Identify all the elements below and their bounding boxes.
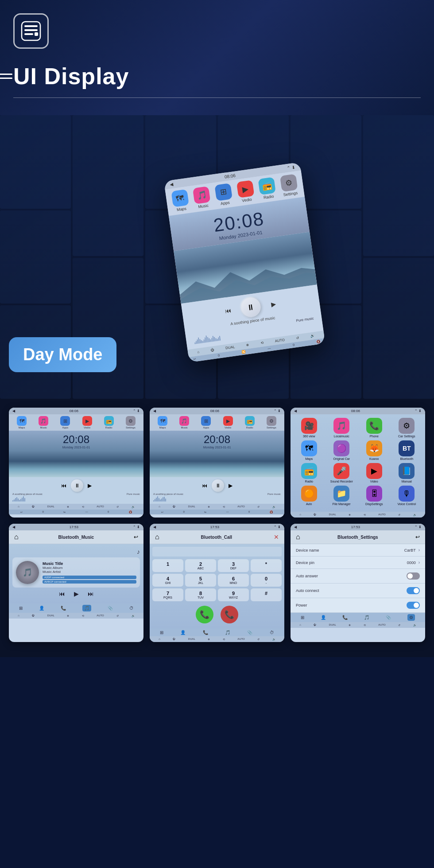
loop-icon[interactable]: ⟲ bbox=[260, 341, 264, 345]
app-recorder[interactable]: 🎤 Sound Recorder bbox=[327, 463, 357, 483]
card1-nav-settings[interactable]: ⚙ Settings bbox=[126, 416, 136, 429]
home-icon[interactable]: ⌂ bbox=[197, 350, 200, 354]
dial-0dash[interactable]: 0- bbox=[251, 574, 282, 587]
card2-nav-vedio[interactable]: ▶ Vedio bbox=[223, 416, 233, 429]
app-manual[interactable]: 📘 Manual bbox=[392, 463, 422, 483]
prev-button[interactable]: ⏮ bbox=[221, 303, 235, 317]
app-maps[interactable]: 🗺 Maps bbox=[294, 440, 324, 460]
devicename-chevron[interactable]: › bbox=[418, 548, 420, 553]
bt-call-back[interactable]: ◀ bbox=[153, 525, 156, 529]
home-icon-btsettings[interactable]: ⌂ bbox=[296, 533, 300, 541]
btm3-refresh[interactable]: ↺ bbox=[398, 623, 400, 627]
call-input-display[interactable] bbox=[152, 547, 282, 557]
app-kuwoo[interactable]: 🦊 Kuwoo bbox=[359, 440, 389, 460]
dial-star[interactable]: * bbox=[251, 559, 282, 572]
card2-back[interactable]: ◀ bbox=[153, 409, 156, 413]
app-dispsettings[interactable]: 🎛 DispSettings bbox=[359, 486, 389, 506]
card2-play-pause[interactable]: ⏸ bbox=[212, 479, 224, 492]
card1-nav-maps[interactable]: 🗺 Maps bbox=[17, 416, 27, 429]
btm1-loop[interactable]: ⟲ bbox=[82, 614, 84, 617]
app-localmusic[interactable]: 🎵 Localmusic bbox=[327, 418, 357, 438]
bt-prev[interactable]: ⏮ bbox=[59, 590, 65, 597]
mute-icon[interactable]: 🔇 bbox=[316, 339, 321, 343]
c1-power[interactable]: ⏻ bbox=[32, 505, 35, 508]
c3-home[interactable]: ⌂ bbox=[299, 513, 301, 516]
bn3-dial[interactable]: ⚙ bbox=[407, 614, 415, 621]
power-icon[interactable]: ⏻ bbox=[210, 347, 214, 352]
btm2-vol[interactable]: 🔊 bbox=[272, 638, 275, 641]
dial-8[interactable]: 8TUV bbox=[185, 588, 216, 601]
nav-app-maps[interactable]: 🗺 Maps bbox=[171, 189, 190, 212]
c2-back[interactable]: ↩ bbox=[161, 510, 163, 514]
btm3-power[interactable]: ⏻ bbox=[314, 623, 316, 627]
app-phone[interactable]: 📞 Phone bbox=[359, 418, 389, 438]
c2-power[interactable]: ⏻ bbox=[173, 505, 175, 508]
btm1-refresh[interactable]: ↺ bbox=[116, 614, 119, 617]
btm1-vol[interactable]: 🔊 bbox=[132, 614, 135, 617]
nav-app-music[interactable]: 🎵 Music bbox=[193, 186, 211, 210]
c2-loop[interactable]: ⟲ bbox=[223, 505, 225, 508]
call-answer-button[interactable]: 📞 bbox=[196, 606, 213, 623]
dial-2[interactable]: 2ABC bbox=[185, 559, 216, 572]
app-filemanager[interactable]: 📁 File Manager bbox=[327, 486, 357, 506]
bn3-phone[interactable]: 📞 bbox=[342, 615, 348, 620]
back-arrow[interactable]: ↩ bbox=[193, 357, 196, 361]
card2-nav-radio[interactable]: 📻 Radio bbox=[245, 416, 255, 429]
app-origcar[interactable]: 🟣 Original Car bbox=[327, 440, 357, 460]
card1-next[interactable]: ▶ bbox=[88, 483, 92, 489]
btm3-vol[interactable]: 🔊 bbox=[413, 623, 416, 627]
c2-mute[interactable]: 🔇 bbox=[270, 510, 273, 514]
c3-refresh[interactable]: ↺ bbox=[398, 513, 400, 516]
c1-back[interactable]: ↩ bbox=[20, 510, 23, 514]
nav-app-settings[interactable]: ⚙ Settings bbox=[280, 174, 298, 197]
c1-refresh[interactable]: ↺ bbox=[116, 505, 119, 508]
bn3-clip[interactable]: 📎 bbox=[386, 615, 391, 620]
nav-app-vedio[interactable]: ▶ Vedio bbox=[236, 180, 255, 203]
bt-settings-back[interactable]: ◀ bbox=[294, 525, 297, 529]
call-decline-button[interactable]: 📞 bbox=[221, 606, 238, 623]
card2-nav-settings[interactable]: ⚙ Settings bbox=[267, 416, 276, 429]
app-carsettings[interactable]: ⚙ Car Settings bbox=[392, 418, 422, 438]
bn1-clip[interactable]: 📎 bbox=[108, 606, 113, 611]
bn3-music[interactable]: 🎵 bbox=[364, 615, 369, 620]
bt-call-close[interactable]: ✕ bbox=[274, 533, 279, 541]
home-icon-bt[interactable]: ⌂ bbox=[14, 533, 19, 541]
card2-nav-apps[interactable]: ⊞ Apps bbox=[201, 416, 211, 429]
bn1-dial[interactable]: ⏱ bbox=[129, 606, 134, 611]
btm2-power[interactable]: ⏻ bbox=[173, 638, 175, 641]
btm3-loop[interactable]: ⟲ bbox=[364, 623, 366, 627]
card1-play-pause[interactable]: ⏸ bbox=[71, 479, 83, 492]
bn2-dial[interactable]: ⏱ bbox=[270, 630, 274, 635]
c3-loop[interactable]: ⟲ bbox=[364, 513, 366, 516]
next-button[interactable]: ▶ bbox=[267, 297, 281, 311]
app-bluetooth[interactable]: BT Bluetooth bbox=[392, 440, 422, 460]
bt-next[interactable]: ⏭ bbox=[88, 590, 94, 597]
c1-loop[interactable]: ⟲ bbox=[82, 505, 84, 508]
dial-3[interactable]: 3DEF bbox=[218, 559, 249, 572]
bt-music-back[interactable]: ◀ bbox=[12, 525, 15, 529]
c3-vol[interactable]: 🔊 bbox=[413, 513, 416, 516]
bn2-phone[interactable]: 📞 bbox=[203, 630, 208, 635]
dial-4[interactable]: 4GHI bbox=[152, 574, 183, 587]
autoanswer-toggle[interactable] bbox=[407, 572, 420, 580]
bt-settings-close[interactable]: ↩ bbox=[415, 534, 420, 540]
c2-refresh[interactable]: ↺ bbox=[257, 505, 260, 508]
btm1-power[interactable]: ⏻ bbox=[32, 614, 35, 617]
c2-vol[interactable]: 🔊 bbox=[272, 505, 275, 508]
bn2-clip[interactable]: 📎 bbox=[247, 630, 252, 635]
dial-7[interactable]: 7PQRS bbox=[152, 588, 183, 601]
card1-prev[interactable]: ⏮ bbox=[61, 483, 66, 489]
bn2-user[interactable]: 👤 bbox=[180, 630, 186, 635]
bn1-grid[interactable]: ⊞ bbox=[19, 606, 23, 611]
nav-app-radio[interactable]: 📻 Radio bbox=[258, 177, 277, 200]
card2-nav-maps[interactable]: 🗺 Maps bbox=[158, 416, 167, 429]
bn1-music[interactable]: 🎵 bbox=[82, 605, 91, 611]
card3-back[interactable]: ◀ bbox=[294, 409, 297, 413]
btm2-home[interactable]: ⌂ bbox=[159, 638, 160, 641]
card2-prev[interactable]: ⏮ bbox=[202, 483, 207, 489]
dial-hash[interactable]: # bbox=[251, 588, 282, 601]
refresh-icon[interactable]: ↺ bbox=[296, 336, 299, 340]
volume-icon[interactable]: 🔊 bbox=[310, 334, 315, 338]
card1-back[interactable]: ◀ bbox=[12, 409, 15, 413]
app-voicecontrol[interactable]: 🎙 Voice Control bbox=[392, 486, 422, 506]
